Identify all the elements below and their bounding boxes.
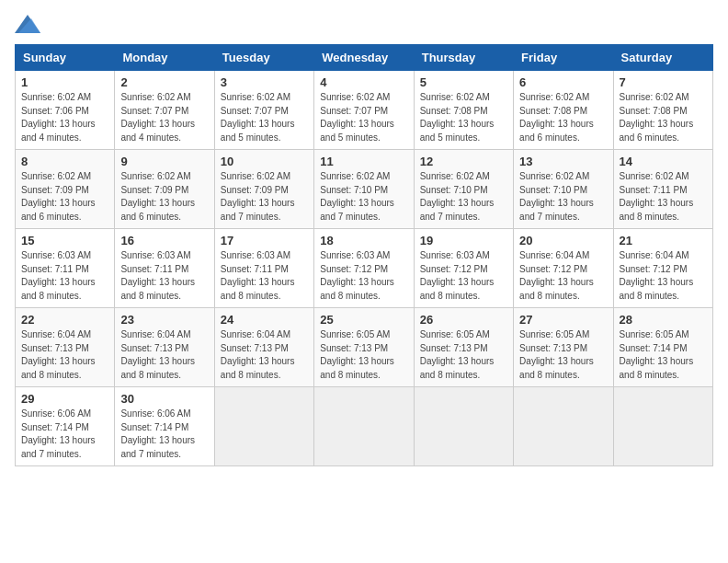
day-number: 26	[420, 313, 507, 327]
calendar-cell: 22Sunrise: 6:04 AMSunset: 7:13 PMDayligh…	[16, 308, 115, 387]
calendar-cell: 26Sunrise: 6:05 AMSunset: 7:13 PMDayligh…	[414, 308, 513, 387]
day-info: Sunrise: 6:05 AMSunset: 7:13 PMDaylight:…	[320, 328, 407, 382]
calendar-cell: 24Sunrise: 6:04 AMSunset: 7:13 PMDayligh…	[214, 308, 313, 387]
day-number: 27	[519, 313, 607, 327]
day-info: Sunrise: 6:02 AMSunset: 7:09 PMDaylight:…	[120, 170, 208, 224]
day-number: 2	[120, 75, 208, 89]
calendar-week-row: 1Sunrise: 6:02 AMSunset: 7:06 PMDaylight…	[16, 71, 713, 150]
calendar-cell: 3Sunrise: 6:02 AMSunset: 7:07 PMDaylight…	[214, 71, 313, 150]
day-info: Sunrise: 6:05 AMSunset: 7:14 PMDaylight:…	[620, 328, 707, 382]
day-info: Sunrise: 6:03 AMSunset: 7:11 PMDaylight:…	[221, 249, 308, 303]
day-number: 13	[519, 155, 607, 168]
day-info: Sunrise: 6:03 AMSunset: 7:12 PMDaylight:…	[420, 249, 507, 303]
day-info: Sunrise: 6:02 AMSunset: 7:07 PMDaylight:…	[320, 91, 407, 144]
day-number: 12	[420, 155, 507, 168]
day-info: Sunrise: 6:02 AMSunset: 7:09 PMDaylight:…	[221, 170, 308, 224]
calendar-header-row: SundayMondayTuesdayWednesdayThursdayFrid…	[16, 45, 713, 71]
day-info: Sunrise: 6:02 AMSunset: 7:08 PMDaylight:…	[620, 91, 707, 144]
calendar-cell: 23Sunrise: 6:04 AMSunset: 7:13 PMDayligh…	[115, 308, 214, 387]
day-number: 7	[620, 75, 707, 89]
day-number: 5	[420, 75, 507, 89]
calendar-cell: 17Sunrise: 6:03 AMSunset: 7:11 PMDayligh…	[214, 229, 313, 308]
day-number: 16	[120, 234, 208, 247]
calendar-cell: 6Sunrise: 6:02 AMSunset: 7:08 PMDaylight…	[514, 71, 613, 150]
header-sunday: Sunday	[16, 45, 115, 71]
calendar-cell: 1Sunrise: 6:02 AMSunset: 7:06 PMDaylight…	[16, 71, 115, 150]
calendar-cell: 7Sunrise: 6:02 AMSunset: 7:08 PMDaylight…	[613, 71, 712, 150]
calendar-cell: 8Sunrise: 6:02 AMSunset: 7:09 PMDaylight…	[16, 150, 115, 229]
day-number: 6	[519, 75, 607, 89]
day-number: 17	[221, 234, 308, 247]
day-info: Sunrise: 6:04 AMSunset: 7:13 PMDaylight:…	[221, 328, 308, 382]
calendar-cell: 20Sunrise: 6:04 AMSunset: 7:12 PMDayligh…	[514, 229, 613, 308]
calendar-cell: 10Sunrise: 6:02 AMSunset: 7:09 PMDayligh…	[214, 150, 313, 229]
day-info: Sunrise: 6:05 AMSunset: 7:13 PMDaylight:…	[420, 328, 507, 382]
calendar-cell	[613, 387, 712, 466]
day-number: 9	[120, 155, 208, 168]
day-number: 14	[620, 155, 707, 168]
calendar-cell: 9Sunrise: 6:02 AMSunset: 7:09 PMDaylight…	[115, 150, 214, 229]
calendar-cell: 28Sunrise: 6:05 AMSunset: 7:14 PMDayligh…	[613, 308, 712, 387]
day-number: 21	[620, 234, 707, 247]
header-wednesday: Wednesday	[314, 45, 414, 71]
day-info: Sunrise: 6:03 AMSunset: 7:11 PMDaylight:…	[120, 249, 208, 303]
calendar-week-row: 29Sunrise: 6:06 AMSunset: 7:14 PMDayligh…	[16, 387, 713, 466]
calendar-week-row: 22Sunrise: 6:04 AMSunset: 7:13 PMDayligh…	[16, 308, 713, 387]
calendar-week-row: 15Sunrise: 6:03 AMSunset: 7:11 PMDayligh…	[16, 229, 713, 308]
header-tuesday: Tuesday	[214, 45, 313, 71]
day-number: 19	[420, 234, 507, 247]
day-number: 29	[21, 392, 108, 406]
calendar-cell: 25Sunrise: 6:05 AMSunset: 7:13 PMDayligh…	[314, 308, 414, 387]
day-info: Sunrise: 6:03 AMSunset: 7:12 PMDaylight:…	[320, 249, 407, 303]
header-friday: Friday	[514, 45, 613, 71]
calendar-table: SundayMondayTuesdayWednesdayThursdayFrid…	[15, 44, 713, 466]
day-info: Sunrise: 6:04 AMSunset: 7:13 PMDaylight:…	[21, 328, 108, 382]
day-number: 22	[21, 313, 108, 327]
day-info: Sunrise: 6:02 AMSunset: 7:11 PMDaylight:…	[620, 170, 707, 224]
day-number: 8	[21, 155, 108, 168]
calendar-cell: 12Sunrise: 6:02 AMSunset: 7:10 PMDayligh…	[414, 150, 513, 229]
calendar-cell: 29Sunrise: 6:06 AMSunset: 7:14 PMDayligh…	[16, 387, 115, 466]
day-info: Sunrise: 6:02 AMSunset: 7:08 PMDaylight:…	[420, 91, 507, 144]
day-info: Sunrise: 6:02 AMSunset: 7:06 PMDaylight:…	[21, 91, 108, 144]
calendar-cell: 4Sunrise: 6:02 AMSunset: 7:07 PMDaylight…	[314, 71, 414, 150]
logo-icon	[15, 15, 40, 33]
header-thursday: Thursday	[414, 45, 513, 71]
day-number: 25	[320, 313, 407, 327]
day-info: Sunrise: 6:02 AMSunset: 7:08 PMDaylight:…	[519, 91, 607, 144]
calendar-cell	[214, 387, 313, 466]
day-info: Sunrise: 6:02 AMSunset: 7:07 PMDaylight:…	[120, 91, 208, 144]
calendar-cell: 5Sunrise: 6:02 AMSunset: 7:08 PMDaylight…	[414, 71, 513, 150]
day-info: Sunrise: 6:03 AMSunset: 7:11 PMDaylight:…	[21, 249, 108, 303]
day-number: 24	[221, 313, 308, 327]
logo	[15, 15, 44, 33]
day-number: 4	[320, 75, 407, 89]
day-info: Sunrise: 6:02 AMSunset: 7:10 PMDaylight:…	[519, 170, 607, 224]
day-number: 1	[21, 75, 108, 89]
day-number: 20	[519, 234, 607, 247]
calendar-cell: 2Sunrise: 6:02 AMSunset: 7:07 PMDaylight…	[115, 71, 214, 150]
day-number: 23	[120, 313, 208, 327]
day-number: 10	[221, 155, 308, 168]
calendar-cell: 18Sunrise: 6:03 AMSunset: 7:12 PMDayligh…	[314, 229, 414, 308]
day-number: 18	[320, 234, 407, 247]
calendar-cell	[414, 387, 513, 466]
calendar-cell: 19Sunrise: 6:03 AMSunset: 7:12 PMDayligh…	[414, 229, 513, 308]
header-saturday: Saturday	[613, 45, 712, 71]
day-number: 15	[21, 234, 108, 247]
day-info: Sunrise: 6:06 AMSunset: 7:14 PMDaylight:…	[21, 408, 108, 461]
day-info: Sunrise: 6:02 AMSunset: 7:09 PMDaylight:…	[21, 170, 108, 224]
day-info: Sunrise: 6:04 AMSunset: 7:12 PMDaylight:…	[519, 249, 607, 303]
day-number: 30	[120, 392, 208, 406]
calendar-cell: 14Sunrise: 6:02 AMSunset: 7:11 PMDayligh…	[613, 150, 712, 229]
calendar-cell: 15Sunrise: 6:03 AMSunset: 7:11 PMDayligh…	[16, 229, 115, 308]
calendar-cell: 27Sunrise: 6:05 AMSunset: 7:13 PMDayligh…	[514, 308, 613, 387]
header-monday: Monday	[115, 45, 214, 71]
calendar-cell: 11Sunrise: 6:02 AMSunset: 7:10 PMDayligh…	[314, 150, 414, 229]
calendar-cell: 13Sunrise: 6:02 AMSunset: 7:10 PMDayligh…	[514, 150, 613, 229]
calendar-cell: 16Sunrise: 6:03 AMSunset: 7:11 PMDayligh…	[115, 229, 214, 308]
page-header	[15, 15, 713, 33]
calendar-cell	[514, 387, 613, 466]
day-number: 3	[221, 75, 308, 89]
day-info: Sunrise: 6:05 AMSunset: 7:13 PMDaylight:…	[519, 328, 607, 382]
